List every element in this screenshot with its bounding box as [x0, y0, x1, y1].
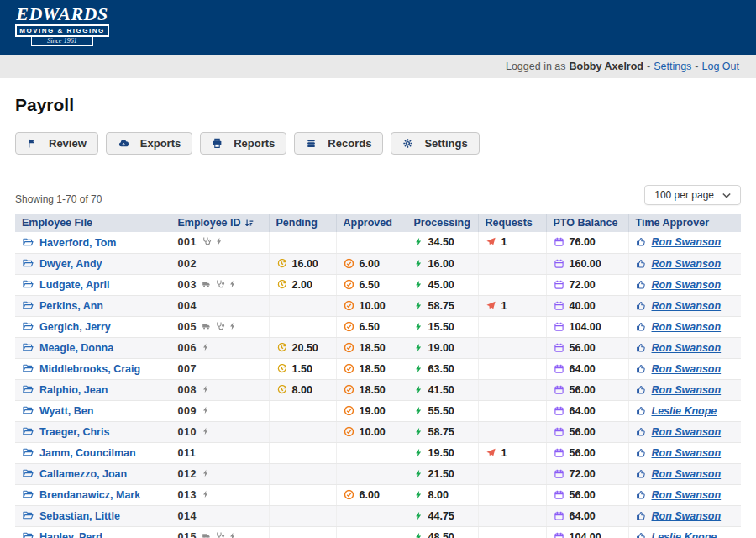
- processing-cell: 58.75: [407, 295, 478, 316]
- calendar-icon: [554, 447, 564, 458]
- time-approver-link[interactable]: Leslie Knope: [652, 405, 717, 417]
- approved-cell: [336, 463, 407, 484]
- table-row: Wyatt, Ben00919.0055.5064.00Leslie Knope: [15, 400, 741, 421]
- col-employee-file[interactable]: Employee File: [15, 214, 171, 232]
- time-approver-link[interactable]: Ron Swanson: [652, 384, 722, 396]
- showing-count: Showing 1-70 of 70: [15, 193, 102, 205]
- approved-value: 18.50: [360, 384, 386, 396]
- employee-file-link[interactable]: Ludgate, April: [39, 279, 110, 291]
- per-page-select[interactable]: 100 per page: [644, 185, 741, 205]
- col-time-approver[interactable]: Time Approver: [628, 214, 741, 232]
- employee-file-link[interactable]: Dwyer, Andy: [39, 258, 102, 270]
- flag-icon: [27, 138, 38, 149]
- folder-open-icon: [22, 341, 34, 353]
- logo-tagline: MOVING & RIGGING: [15, 24, 109, 37]
- truck-icon: [202, 532, 212, 538]
- pending-cell: 2.00: [269, 274, 336, 295]
- folder-open-icon: [22, 509, 34, 521]
- calendar-icon: [554, 236, 564, 247]
- requests-cell: 1: [478, 295, 546, 316]
- processing-bolt-icon: [414, 300, 423, 311]
- employee-file-link[interactable]: Jamm, Councilman: [39, 447, 136, 459]
- employee-id-cell: 007: [171, 358, 269, 379]
- processing-cell: 19.00: [407, 337, 478, 358]
- employee-file-link[interactable]: Meagle, Donna: [39, 342, 113, 354]
- employee-id-cell: 010: [171, 421, 269, 442]
- employee-file-link[interactable]: Ralphio, Jean: [39, 384, 108, 396]
- settings-link[interactable]: Settings: [654, 61, 691, 72]
- col-approved[interactable]: Approved: [336, 214, 407, 232]
- calendar-icon: [554, 321, 564, 332]
- time-approver-link[interactable]: Leslie Knope: [652, 531, 717, 538]
- processing-bolt-icon: [414, 489, 423, 500]
- pto-balance-cell: 160.00: [546, 253, 628, 274]
- time-approver-link[interactable]: Ron Swanson: [652, 342, 722, 354]
- time-approver-link[interactable]: Ron Swanson: [652, 321, 722, 333]
- employee-id: 009: [178, 405, 197, 417]
- employee-file-link[interactable]: Middlebrooks, Craig: [39, 363, 140, 375]
- stethoscope-icon: [215, 279, 225, 289]
- tab-review[interactable]: Review: [15, 132, 98, 155]
- table-row: Middlebrooks, Craig0071.5018.5063.5064.0…: [15, 358, 741, 379]
- employee-file-link[interactable]: Sebastian, Little: [39, 510, 120, 522]
- time-approver-link[interactable]: Ron Swanson: [652, 489, 722, 501]
- employee-file-link[interactable]: Gergich, Jerry: [39, 321, 111, 333]
- requests-cell: [478, 484, 546, 505]
- employee-file-link[interactable]: Haverford, Tom: [39, 237, 116, 249]
- employee-id: 011: [178, 447, 197, 459]
- col-requests[interactable]: Requests: [478, 214, 546, 232]
- logo-name: EDWARDS: [15, 5, 109, 24]
- col-employee-id[interactable]: Employee ID: [171, 214, 269, 232]
- time-approver-link[interactable]: Ron Swanson: [652, 279, 722, 291]
- pto-balance-cell: 104.00: [546, 316, 628, 337]
- time-approver-cell: Ron Swanson: [628, 337, 741, 358]
- stethoscope-icon: [202, 236, 212, 246]
- processing-value: 21.50: [428, 468, 454, 480]
- time-approver-link[interactable]: Ron Swanson: [652, 236, 722, 248]
- time-approver-link[interactable]: Ron Swanson: [652, 447, 722, 459]
- tab-records[interactable]: Records: [294, 132, 383, 155]
- pending-cell: [269, 526, 336, 538]
- employee-file-link[interactable]: Callamezzo, Joan: [39, 468, 127, 480]
- pto-value: 56.00: [570, 384, 596, 396]
- employee-file-link[interactable]: Traeger, Chris: [39, 426, 109, 438]
- processing-value: 63.50: [428, 363, 454, 375]
- folder-open-icon: [22, 278, 34, 290]
- company-logo[interactable]: EDWARDS MOVING & RIGGING Since 1961: [15, 5, 109, 46]
- time-approver-link[interactable]: Ron Swanson: [652, 258, 722, 270]
- time-approver-link[interactable]: Ron Swanson: [652, 300, 722, 312]
- time-approver-link[interactable]: Ron Swanson: [652, 468, 722, 480]
- employee-file-link[interactable]: Wyatt, Ben: [39, 405, 93, 417]
- thumbs-up-icon: [636, 510, 647, 521]
- pto-balance-cell: 56.00: [546, 337, 628, 358]
- time-approver-link[interactable]: Ron Swanson: [652, 426, 722, 438]
- tab-reports[interactable]: Reports: [200, 132, 286, 155]
- check-circle-icon: [344, 489, 354, 500]
- employee-file-link[interactable]: Hapley, Perd: [39, 531, 102, 538]
- calendar-icon: [554, 279, 564, 290]
- logout-link[interactable]: Log Out: [702, 61, 739, 72]
- bolt-icon: [202, 384, 210, 394]
- processing-cell: 15.50: [407, 316, 478, 337]
- col-processing[interactable]: Processing: [407, 214, 478, 232]
- employee-id-cell: 012: [171, 463, 269, 484]
- employee-file-link[interactable]: Brendanawicz, Mark: [39, 489, 140, 501]
- processing-cell: 8.00: [407, 484, 478, 505]
- employee-id-cell: 004: [171, 295, 269, 316]
- tab-exports[interactable]: Exports: [106, 132, 192, 155]
- tab-settings[interactable]: Settings: [391, 132, 479, 155]
- pto-balance-cell: 72.00: [546, 463, 628, 484]
- thumbs-up-icon: [636, 468, 647, 479]
- history-icon: [276, 279, 287, 290]
- pto-value: 56.00: [570, 342, 596, 354]
- requests-cell: [478, 337, 546, 358]
- time-approver-link[interactable]: Ron Swanson: [652, 363, 722, 375]
- col-pending[interactable]: Pending: [269, 214, 336, 232]
- approved-cell: [336, 505, 407, 526]
- time-approver-link[interactable]: Ron Swanson: [652, 510, 722, 522]
- employee-file-cell: Hapley, Perd: [15, 526, 171, 538]
- approved-cell: [336, 232, 407, 253]
- col-pto-balance[interactable]: PTO Balance: [546, 214, 628, 232]
- employee-file-link[interactable]: Perkins, Ann: [39, 300, 103, 312]
- employee-file-cell: Jamm, Councilman: [15, 442, 171, 463]
